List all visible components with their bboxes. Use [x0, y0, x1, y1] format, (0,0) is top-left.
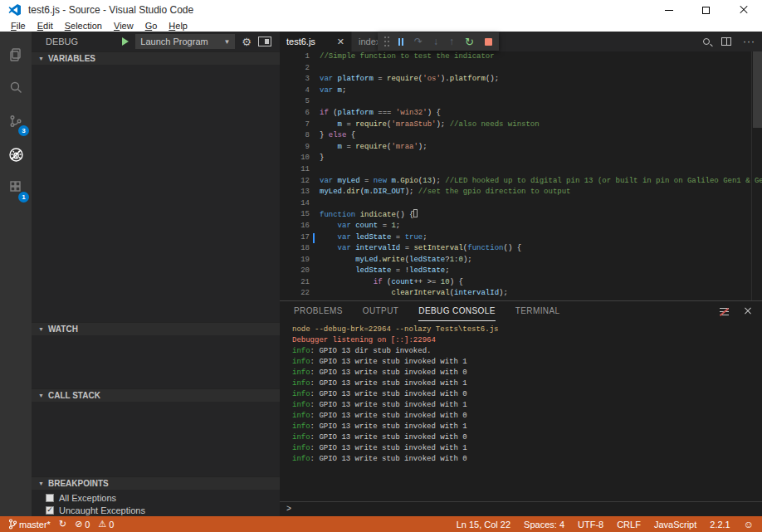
- menu-edit[interactable]: Edit: [32, 21, 59, 31]
- status-segment[interactable]: JavaScript: [654, 520, 696, 530]
- code-editor[interactable]: 1//Simple function to test the indicator…: [280, 51, 762, 300]
- code-line[interactable]: 15function indicate() {: [280, 209, 762, 221]
- debug-console-output[interactable]: node --debug-brk=22964 --nolazy Tests\te…: [280, 321, 762, 501]
- start-debug-button[interactable]: [122, 37, 129, 46]
- line-number[interactable]: 10: [280, 153, 310, 164]
- section-variables[interactable]: ▼ VARIABLES: [32, 51, 280, 65]
- line-number[interactable]: 4: [280, 85, 310, 97]
- menu-help[interactable]: Help: [163, 21, 193, 31]
- open-preview-icon[interactable]: [703, 38, 710, 45]
- status-segment[interactable]: CRLF: [617, 520, 641, 530]
- pause-button[interactable]: [398, 38, 403, 46]
- panel-tab-problems[interactable]: PROBLEMS: [294, 302, 343, 321]
- line-number[interactable]: 2: [280, 63, 310, 75]
- line-number[interactable]: 15: [280, 209, 310, 221]
- sync-status[interactable]: ↻: [59, 520, 66, 529]
- configure-gear-button[interactable]: ⚙: [242, 37, 252, 47]
- debug-repl-input[interactable]: >: [280, 501, 762, 516]
- line-number[interactable]: 14: [280, 198, 310, 210]
- menu-selection[interactable]: Selection: [59, 21, 108, 31]
- line-number[interactable]: 9: [280, 142, 310, 154]
- code-line[interactable]: 5: [280, 96, 762, 108]
- code-line[interactable]: 17 var ledState = true;: [280, 232, 762, 244]
- split-editor-icon[interactable]: [721, 37, 731, 46]
- editor-scrollbar[interactable]: [751, 51, 762, 300]
- code-line[interactable]: 20 ledState = !ledState;: [280, 266, 762, 277]
- code-line[interactable]: 8} else {: [280, 130, 762, 142]
- activity-search[interactable]: [0, 71, 32, 105]
- breakpoint-item-all-exceptions[interactable]: ✓All Exceptions: [32, 491, 280, 504]
- maximize-button[interactable]: [687, 0, 725, 20]
- code-line[interactable]: 14: [280, 198, 762, 210]
- code-line[interactable]: 7 m = require('mraaStub'); //also needs …: [280, 120, 762, 131]
- code-line[interactable]: 21 if (count++ >= 10) {: [280, 277, 762, 289]
- line-number[interactable]: 17: [280, 232, 310, 244]
- section-watch[interactable]: ▼ WATCH: [32, 322, 280, 335]
- line-number[interactable]: 11: [280, 164, 310, 176]
- checkbox-checked-icon[interactable]: ✓: [46, 506, 54, 515]
- status-segment[interactable]: UTF-8: [578, 520, 603, 530]
- code-line[interactable]: 6if (platform === 'win32') {: [280, 108, 762, 120]
- clear-console-icon[interactable]: [720, 308, 729, 315]
- menu-go[interactable]: Go: [139, 21, 164, 31]
- code-line[interactable]: 19 myLed.write(ledState?1:0);: [280, 255, 762, 266]
- line-number[interactable]: 3: [280, 74, 310, 85]
- step-into-button[interactable]: ↓: [433, 37, 438, 46]
- activity-explorer[interactable]: [0, 38, 32, 71]
- restart-button[interactable]: ↻: [465, 37, 474, 47]
- launch-config-dropdown[interactable]: Launch Program ▼: [135, 34, 235, 49]
- code-line[interactable]: 18 var intervalId = setInterval(function…: [280, 243, 762, 255]
- status-segment[interactable]: Ln 15, Col 22: [457, 520, 510, 530]
- code-line[interactable]: 4var m;: [280, 85, 762, 97]
- section-breakpoints[interactable]: ▼ BREAKPOINTS: [32, 476, 280, 490]
- code-line[interactable]: 12var myLed = new m.Gpio(13); //LED hook…: [280, 176, 762, 188]
- code-line[interactable]: 10}: [280, 153, 762, 164]
- scrollbar-thumb[interactable]: [753, 51, 762, 128]
- status-segment[interactable]: 2.2.1: [710, 520, 730, 530]
- line-number[interactable]: 22: [280, 288, 310, 300]
- line-number[interactable]: 18: [280, 243, 310, 255]
- line-number[interactable]: 21: [280, 277, 310, 289]
- code-line[interactable]: 22 clearInterval(intervalId);: [280, 288, 762, 300]
- code-line[interactable]: 16 var count = 1;: [280, 221, 762, 232]
- line-number[interactable]: 6: [280, 108, 310, 120]
- activity-debug[interactable]: [0, 138, 32, 171]
- checkbox-unchecked-icon[interactable]: ✓: [46, 494, 54, 502]
- warning-count[interactable]: ⚠ 0: [98, 520, 114, 530]
- activity-extensions[interactable]: 1: [0, 171, 32, 204]
- panel-tab-terminal[interactable]: TERMINAL: [515, 302, 560, 321]
- close-panel-icon[interactable]: [744, 307, 752, 315]
- panel-tab-debug-console[interactable]: DEBUG CONSOLE: [418, 302, 495, 321]
- menu-view[interactable]: View: [108, 21, 139, 31]
- section-call-stack[interactable]: ▼ CALL STACK: [32, 388, 280, 402]
- line-number[interactable]: 19: [280, 255, 310, 266]
- tab-close-icon[interactable]: ✕: [337, 37, 344, 47]
- menu-file[interactable]: File: [5, 21, 32, 31]
- breakpoint-item-uncaught-exceptions[interactable]: ✓Uncaught Exceptions: [32, 504, 280, 516]
- code-line[interactable]: 13myLed.dir(m.DIR_OUT); //set the gpio d…: [280, 187, 762, 198]
- tab-test6js[interactable]: test6.js ✕: [280, 32, 351, 51]
- line-number[interactable]: 13: [280, 187, 310, 198]
- error-count[interactable]: ⊘ 0: [75, 520, 90, 530]
- line-number[interactable]: 20: [280, 266, 310, 277]
- more-actions-icon[interactable]: ···: [743, 37, 755, 46]
- line-number[interactable]: 5: [280, 96, 310, 108]
- step-over-button[interactable]: ↷: [414, 37, 423, 46]
- minimize-button[interactable]: [650, 0, 687, 20]
- toggle-debug-console-button[interactable]: [258, 37, 271, 46]
- stop-button[interactable]: [485, 38, 492, 46]
- close-button[interactable]: [725, 0, 762, 20]
- code-line[interactable]: 1//Simple function to test the indicator: [280, 51, 762, 63]
- status-segment[interactable]: Spaces: 4: [524, 520, 564, 530]
- drag-handle-icon[interactable]: [384, 37, 386, 38]
- step-out-button[interactable]: ↑: [449, 37, 454, 46]
- activity-source-control[interactable]: 3: [0, 105, 32, 138]
- line-number[interactable]: 8: [280, 130, 310, 142]
- panel-tab-output[interactable]: OUTPUT: [363, 302, 399, 321]
- line-number[interactable]: 12: [280, 176, 310, 188]
- code-line[interactable]: 2: [280, 63, 762, 75]
- feedback-smiley-icon[interactable]: ☺: [744, 519, 754, 530]
- code-line[interactable]: 11: [280, 164, 762, 176]
- git-branch-status[interactable]: master*: [8, 519, 51, 530]
- line-number[interactable]: 16: [280, 221, 310, 232]
